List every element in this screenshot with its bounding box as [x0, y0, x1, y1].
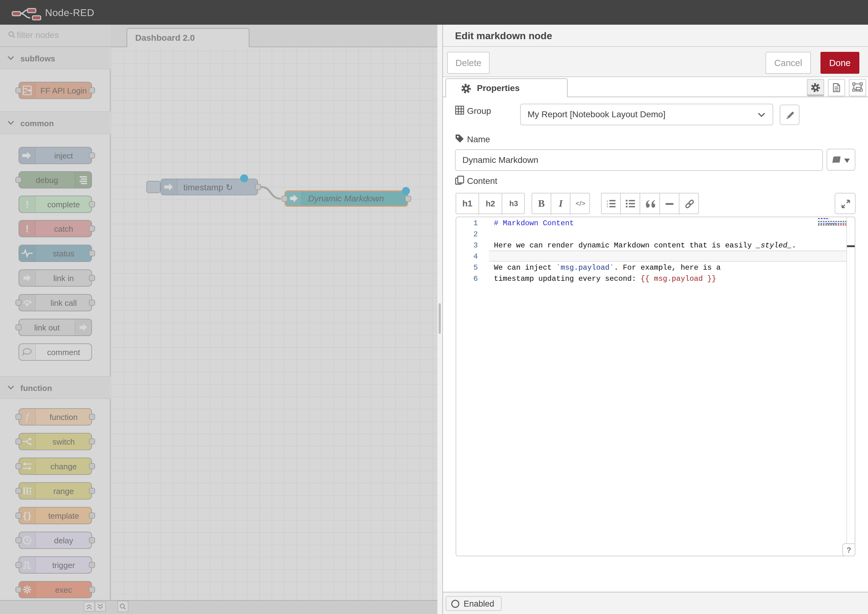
svg-text:1: 1 [607, 200, 608, 203]
svg-text:3: 3 [607, 206, 608, 208]
